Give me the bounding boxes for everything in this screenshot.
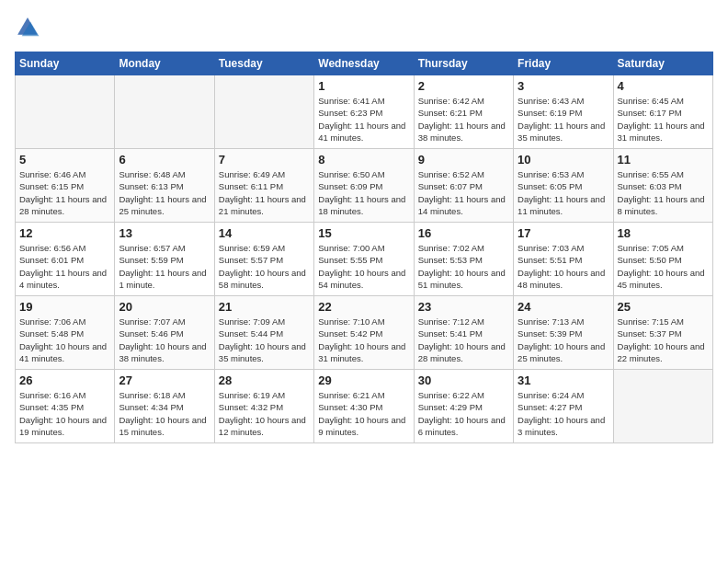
day-number: 27: [119, 373, 210, 387]
calendar-cell: 8Sunrise: 6:50 AMSunset: 6:09 PMDaylight…: [314, 149, 414, 223]
day-number: 29: [318, 373, 409, 387]
calendar-cell: [115, 75, 214, 149]
calendar-cell: 5Sunrise: 6:46 AMSunset: 6:15 PMDaylight…: [16, 149, 115, 223]
day-info: Sunrise: 6:22 AMSunset: 4:29 PMDaylight:…: [418, 389, 509, 438]
day-info: Sunrise: 7:05 AMSunset: 5:50 PMDaylight:…: [618, 242, 709, 291]
day-number: 6: [119, 153, 210, 167]
day-info: Sunrise: 6:48 AMSunset: 6:13 PMDaylight:…: [119, 168, 210, 217]
day-number: 9: [418, 153, 509, 167]
calendar-cell: 17Sunrise: 7:03 AMSunset: 5:51 PMDayligh…: [514, 223, 613, 296]
calendar-cell: 6Sunrise: 6:48 AMSunset: 6:13 PMDaylight…: [115, 149, 214, 223]
calendar-cell: 1Sunrise: 6:41 AMSunset: 6:23 PMDaylight…: [314, 75, 414, 149]
day-number: 28: [219, 373, 310, 387]
day-number: 8: [318, 153, 409, 167]
calendar-cell: 15Sunrise: 7:00 AMSunset: 5:55 PMDayligh…: [314, 223, 414, 296]
day-number: 31: [518, 373, 609, 387]
day-info: Sunrise: 7:09 AMSunset: 5:44 PMDaylight:…: [219, 316, 310, 364]
calendar-cell: 29Sunrise: 6:21 AMSunset: 4:30 PMDayligh…: [314, 370, 414, 443]
calendar-cell: 26Sunrise: 6:16 AMSunset: 4:35 PMDayligh…: [16, 370, 115, 443]
weekday-header-monday: Monday: [115, 52, 214, 75]
day-number: 18: [618, 226, 709, 240]
day-info: Sunrise: 7:15 AMSunset: 5:37 PMDaylight:…: [618, 316, 709, 364]
weekday-header-saturday: Saturday: [613, 52, 712, 75]
calendar-cell: 10Sunrise: 6:53 AMSunset: 6:05 PMDayligh…: [514, 149, 613, 223]
weekday-header-sunday: Sunday: [16, 52, 115, 75]
calendar-cell: 18Sunrise: 7:05 AMSunset: 5:50 PMDayligh…: [613, 223, 712, 296]
day-number: 1: [318, 79, 409, 93]
day-info: Sunrise: 6:49 AMSunset: 6:11 PMDaylight:…: [219, 168, 310, 217]
day-info: Sunrise: 7:00 AMSunset: 5:55 PMDaylight:…: [318, 242, 409, 291]
calendar-cell: 12Sunrise: 6:56 AMSunset: 6:01 PMDayligh…: [16, 223, 115, 296]
calendar-cell: 9Sunrise: 6:52 AMSunset: 6:07 PMDaylight…: [414, 149, 513, 223]
day-info: Sunrise: 7:02 AMSunset: 5:53 PMDaylight:…: [418, 242, 509, 291]
day-number: 25: [618, 300, 709, 314]
day-number: 3: [518, 79, 609, 93]
day-number: 24: [518, 300, 609, 314]
day-info: Sunrise: 7:06 AMSunset: 5:48 PMDaylight:…: [19, 316, 110, 364]
calendar-cell: 27Sunrise: 6:18 AMSunset: 4:34 PMDayligh…: [115, 370, 214, 443]
day-number: 23: [418, 300, 509, 314]
day-info: Sunrise: 7:07 AMSunset: 5:46 PMDaylight:…: [119, 316, 210, 364]
day-info: Sunrise: 6:55 AMSunset: 6:03 PMDaylight:…: [618, 168, 709, 217]
day-info: Sunrise: 6:43 AMSunset: 6:19 PMDaylight:…: [518, 95, 609, 144]
day-number: 30: [418, 373, 509, 387]
calendar-cell: 14Sunrise: 6:59 AMSunset: 5:57 PMDayligh…: [214, 223, 313, 296]
calendar-cell: 11Sunrise: 6:55 AMSunset: 6:03 PMDayligh…: [613, 149, 712, 223]
day-number: 14: [219, 226, 310, 240]
calendar-cell: 28Sunrise: 6:19 AMSunset: 4:32 PMDayligh…: [214, 370, 313, 443]
day-number: 15: [318, 226, 409, 240]
day-number: 19: [19, 300, 110, 314]
calendar-cell: 21Sunrise: 7:09 AMSunset: 5:44 PMDayligh…: [214, 296, 313, 370]
day-info: Sunrise: 7:03 AMSunset: 5:51 PMDaylight:…: [518, 242, 609, 291]
calendar-cell: 30Sunrise: 6:22 AMSunset: 4:29 PMDayligh…: [414, 370, 513, 443]
day-number: 5: [19, 153, 110, 167]
day-number: 11: [618, 153, 709, 167]
day-info: Sunrise: 6:53 AMSunset: 6:05 PMDaylight:…: [518, 168, 609, 217]
day-info: Sunrise: 7:12 AMSunset: 5:41 PMDaylight:…: [418, 316, 509, 364]
calendar-cell: 2Sunrise: 6:42 AMSunset: 6:21 PMDaylight…: [414, 75, 513, 149]
day-info: Sunrise: 6:56 AMSunset: 6:01 PMDaylight:…: [19, 242, 110, 291]
day-info: Sunrise: 7:10 AMSunset: 5:42 PMDaylight:…: [318, 316, 409, 364]
day-number: 7: [219, 153, 310, 167]
weekday-header-wednesday: Wednesday: [314, 52, 414, 75]
day-number: 4: [618, 79, 709, 93]
weekday-header-friday: Friday: [514, 52, 613, 75]
day-info: Sunrise: 6:46 AMSunset: 6:15 PMDaylight:…: [19, 168, 110, 217]
calendar-cell: 19Sunrise: 7:06 AMSunset: 5:48 PMDayligh…: [16, 296, 115, 370]
day-info: Sunrise: 6:57 AMSunset: 5:59 PMDaylight:…: [119, 242, 210, 291]
day-info: Sunrise: 6:18 AMSunset: 4:34 PMDaylight:…: [119, 389, 210, 438]
day-info: Sunrise: 7:13 AMSunset: 5:39 PMDaylight:…: [518, 316, 609, 364]
day-info: Sunrise: 6:41 AMSunset: 6:23 PMDaylight:…: [318, 95, 409, 144]
day-info: Sunrise: 6:21 AMSunset: 4:30 PMDaylight:…: [318, 389, 409, 438]
calendar-cell: [16, 75, 115, 149]
calendar-cell: 23Sunrise: 7:12 AMSunset: 5:41 PMDayligh…: [414, 296, 513, 370]
day-number: 21: [219, 300, 310, 314]
weekday-header-thursday: Thursday: [414, 52, 513, 75]
calendar-cell: 25Sunrise: 7:15 AMSunset: 5:37 PMDayligh…: [613, 296, 712, 370]
calendar-cell: 13Sunrise: 6:57 AMSunset: 5:59 PMDayligh…: [115, 223, 214, 296]
day-info: Sunrise: 6:50 AMSunset: 6:09 PMDaylight:…: [318, 168, 409, 217]
calendar-cell: 16Sunrise: 7:02 AMSunset: 5:53 PMDayligh…: [414, 223, 513, 296]
day-info: Sunrise: 6:59 AMSunset: 5:57 PMDaylight:…: [219, 242, 310, 291]
day-info: Sunrise: 6:45 AMSunset: 6:17 PMDaylight:…: [618, 95, 709, 144]
day-number: 17: [518, 226, 609, 240]
calendar-cell: 24Sunrise: 7:13 AMSunset: 5:39 PMDayligh…: [514, 296, 613, 370]
logo: [15, 15, 44, 40]
calendar-cell: [613, 370, 712, 443]
day-number: 26: [19, 373, 110, 387]
calendar-cell: 3Sunrise: 6:43 AMSunset: 6:19 PMDaylight…: [514, 75, 613, 149]
page-header: [15, 15, 713, 40]
day-info: Sunrise: 6:19 AMSunset: 4:32 PMDaylight:…: [219, 389, 310, 438]
calendar-cell: 31Sunrise: 6:24 AMSunset: 4:27 PMDayligh…: [514, 370, 613, 443]
logo-icon: [15, 15, 40, 40]
day-info: Sunrise: 6:24 AMSunset: 4:27 PMDaylight:…: [518, 389, 609, 438]
calendar-table: SundayMondayTuesdayWednesdayThursdayFrid…: [15, 52, 713, 443]
day-number: 16: [418, 226, 509, 240]
calendar-cell: 20Sunrise: 7:07 AMSunset: 5:46 PMDayligh…: [115, 296, 214, 370]
calendar-cell: 22Sunrise: 7:10 AMSunset: 5:42 PMDayligh…: [314, 296, 414, 370]
day-info: Sunrise: 6:16 AMSunset: 4:35 PMDaylight:…: [19, 389, 110, 438]
calendar-cell: [214, 75, 313, 149]
day-number: 12: [19, 226, 110, 240]
day-info: Sunrise: 6:52 AMSunset: 6:07 PMDaylight:…: [418, 168, 509, 217]
weekday-header-tuesday: Tuesday: [214, 52, 313, 75]
